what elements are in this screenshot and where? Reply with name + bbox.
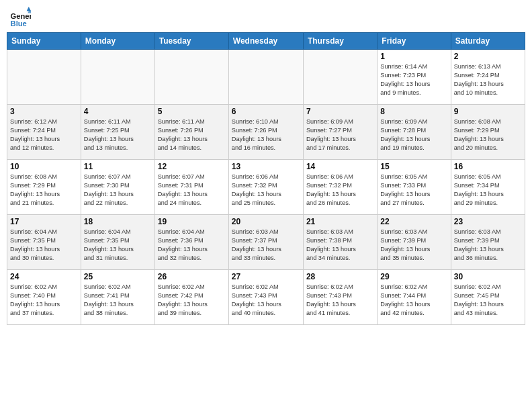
calendar-cell: 2Sunrise: 6:13 AM Sunset: 7:24 PM Daylig…	[451, 50, 525, 105]
day-number: 28	[306, 272, 374, 281]
calendar-cell: 11Sunrise: 6:07 AM Sunset: 7:30 PM Dayli…	[81, 160, 154, 215]
calendar-cell: 29Sunrise: 6:02 AM Sunset: 7:44 PM Dayli…	[378, 270, 451, 325]
day-info: Sunrise: 6:13 AM Sunset: 7:24 PM Dayligh…	[454, 62, 522, 97]
day-info: Sunrise: 6:02 AM Sunset: 7:43 PM Dayligh…	[232, 283, 300, 318]
day-info: Sunrise: 6:05 AM Sunset: 7:33 PM Dayligh…	[380, 173, 447, 208]
day-info: Sunrise: 6:12 AM Sunset: 7:24 PM Dayligh…	[10, 118, 78, 152]
calendar-cell: 28Sunrise: 6:02 AM Sunset: 7:43 PM Dayli…	[303, 270, 377, 325]
logo: General Blue	[9, 7, 34, 28]
calendar-cell	[303, 50, 377, 105]
day-number: 30	[454, 272, 522, 281]
day-info: Sunrise: 6:10 AM Sunset: 7:26 PM Dayligh…	[232, 118, 300, 152]
day-number: 14	[306, 162, 374, 171]
calendar-cell: 21Sunrise: 6:03 AM Sunset: 7:38 PM Dayli…	[303, 215, 377, 270]
day-number: 11	[84, 162, 152, 171]
weekday-header-tuesday: Tuesday	[154, 33, 228, 50]
calendar-week-4: 17Sunrise: 6:04 AM Sunset: 7:35 PM Dayli…	[7, 215, 525, 270]
day-number: 4	[84, 107, 152, 116]
day-number: 5	[158, 107, 226, 116]
calendar-cell: 27Sunrise: 6:02 AM Sunset: 7:43 PM Dayli…	[228, 270, 303, 325]
calendar-cell	[154, 50, 228, 105]
day-number: 15	[380, 162, 447, 171]
day-info: Sunrise: 6:02 AM Sunset: 7:45 PM Dayligh…	[454, 283, 522, 318]
calendar-cell: 23Sunrise: 6:03 AM Sunset: 7:39 PM Dayli…	[451, 215, 525, 270]
logo-icon: General Blue	[9, 7, 31, 28]
calendar-cell: 25Sunrise: 6:02 AM Sunset: 7:41 PM Dayli…	[81, 270, 154, 325]
calendar-week-1: 1Sunrise: 6:14 AM Sunset: 7:23 PM Daylig…	[7, 50, 525, 105]
calendar-cell: 6Sunrise: 6:10 AM Sunset: 7:26 PM Daylig…	[228, 105, 303, 160]
day-info: Sunrise: 6:02 AM Sunset: 7:40 PM Dayligh…	[10, 283, 78, 318]
day-number: 25	[84, 272, 152, 281]
day-info: Sunrise: 6:11 AM Sunset: 7:25 PM Dayligh…	[84, 118, 152, 152]
day-number: 23	[454, 217, 522, 226]
day-number: 17	[10, 217, 78, 226]
weekday-header-thursday: Thursday	[303, 33, 377, 50]
calendar-cell: 13Sunrise: 6:06 AM Sunset: 7:32 PM Dayli…	[228, 160, 303, 215]
weekday-header-saturday: Saturday	[451, 33, 525, 50]
weekday-header-row: SundayMondayTuesdayWednesdayThursdayFrid…	[7, 33, 525, 50]
weekday-header-monday: Monday	[81, 33, 154, 50]
calendar-cell: 8Sunrise: 6:09 AM Sunset: 7:28 PM Daylig…	[378, 105, 451, 160]
day-info: Sunrise: 6:02 AM Sunset: 7:41 PM Dayligh…	[84, 283, 152, 318]
calendar-cell: 14Sunrise: 6:06 AM Sunset: 7:32 PM Dayli…	[303, 160, 377, 215]
calendar-cell: 5Sunrise: 6:11 AM Sunset: 7:26 PM Daylig…	[154, 105, 228, 160]
calendar-cell: 16Sunrise: 6:05 AM Sunset: 7:34 PM Dayli…	[451, 160, 525, 215]
day-number: 12	[158, 162, 226, 171]
day-info: Sunrise: 6:03 AM Sunset: 7:39 PM Dayligh…	[380, 228, 447, 263]
calendar-cell	[7, 50, 81, 105]
calendar-table: SundayMondayTuesdayWednesdayThursdayFrid…	[7, 32, 525, 325]
day-number: 7	[306, 107, 374, 116]
svg-text:Blue: Blue	[11, 19, 27, 28]
calendar-cell: 26Sunrise: 6:02 AM Sunset: 7:42 PM Dayli…	[154, 270, 228, 325]
day-number: 1	[380, 52, 447, 61]
day-info: Sunrise: 6:05 AM Sunset: 7:34 PM Dayligh…	[454, 173, 522, 208]
calendar-cell: 30Sunrise: 6:02 AM Sunset: 7:45 PM Dayli…	[451, 270, 525, 325]
calendar-cell: 24Sunrise: 6:02 AM Sunset: 7:40 PM Dayli…	[7, 270, 81, 325]
day-info: Sunrise: 6:06 AM Sunset: 7:32 PM Dayligh…	[306, 173, 374, 208]
day-number: 20	[232, 217, 300, 226]
calendar-cell: 1Sunrise: 6:14 AM Sunset: 7:23 PM Daylig…	[378, 50, 451, 105]
calendar-cell: 20Sunrise: 6:03 AM Sunset: 7:37 PM Dayli…	[228, 215, 303, 270]
day-info: Sunrise: 6:08 AM Sunset: 7:29 PM Dayligh…	[454, 118, 522, 152]
calendar-week-3: 10Sunrise: 6:08 AM Sunset: 7:29 PM Dayli…	[7, 160, 525, 215]
day-info: Sunrise: 6:07 AM Sunset: 7:31 PM Dayligh…	[158, 173, 226, 208]
weekday-header-friday: Friday	[378, 33, 451, 50]
day-info: Sunrise: 6:04 AM Sunset: 7:35 PM Dayligh…	[10, 228, 78, 263]
day-number: 10	[10, 162, 78, 171]
day-number: 6	[232, 107, 300, 116]
day-number: 9	[454, 107, 522, 116]
day-number: 3	[10, 107, 78, 116]
day-info: Sunrise: 6:03 AM Sunset: 7:37 PM Dayligh…	[232, 228, 300, 263]
calendar-cell: 3Sunrise: 6:12 AM Sunset: 7:24 PM Daylig…	[7, 105, 81, 160]
day-info: Sunrise: 6:03 AM Sunset: 7:38 PM Dayligh…	[306, 228, 374, 263]
calendar-cell: 19Sunrise: 6:04 AM Sunset: 7:36 PM Dayli…	[154, 215, 228, 270]
day-info: Sunrise: 6:09 AM Sunset: 7:28 PM Dayligh…	[380, 118, 447, 152]
calendar-cell: 10Sunrise: 6:08 AM Sunset: 7:29 PM Dayli…	[7, 160, 81, 215]
day-number: 19	[158, 217, 226, 226]
day-info: Sunrise: 6:14 AM Sunset: 7:23 PM Dayligh…	[380, 62, 447, 97]
day-number: 16	[454, 162, 522, 171]
day-number: 27	[232, 272, 300, 281]
day-number: 24	[10, 272, 78, 281]
calendar-cell	[81, 50, 154, 105]
day-number: 2	[454, 52, 522, 61]
day-number: 26	[158, 272, 226, 281]
day-info: Sunrise: 6:06 AM Sunset: 7:32 PM Dayligh…	[232, 173, 300, 208]
weekday-header-wednesday: Wednesday	[228, 33, 303, 50]
day-number: 8	[380, 107, 447, 116]
day-info: Sunrise: 6:08 AM Sunset: 7:29 PM Dayligh…	[10, 173, 78, 208]
calendar-week-2: 3Sunrise: 6:12 AM Sunset: 7:24 PM Daylig…	[7, 105, 525, 160]
day-info: Sunrise: 6:03 AM Sunset: 7:39 PM Dayligh…	[454, 228, 522, 263]
calendar-cell: 12Sunrise: 6:07 AM Sunset: 7:31 PM Dayli…	[154, 160, 228, 215]
calendar-cell: 7Sunrise: 6:09 AM Sunset: 7:27 PM Daylig…	[303, 105, 377, 160]
day-number: 22	[380, 217, 447, 226]
weekday-header-sunday: Sunday	[7, 33, 81, 50]
day-info: Sunrise: 6:02 AM Sunset: 7:44 PM Dayligh…	[380, 283, 447, 318]
day-number: 18	[84, 217, 152, 226]
day-number: 21	[306, 217, 374, 226]
day-info: Sunrise: 6:02 AM Sunset: 7:43 PM Dayligh…	[306, 283, 374, 318]
calendar-cell	[228, 50, 303, 105]
day-info: Sunrise: 6:09 AM Sunset: 7:27 PM Dayligh…	[306, 118, 374, 152]
day-info: Sunrise: 6:04 AM Sunset: 7:36 PM Dayligh…	[158, 228, 226, 263]
calendar-cell: 4Sunrise: 6:11 AM Sunset: 7:25 PM Daylig…	[81, 105, 154, 160]
